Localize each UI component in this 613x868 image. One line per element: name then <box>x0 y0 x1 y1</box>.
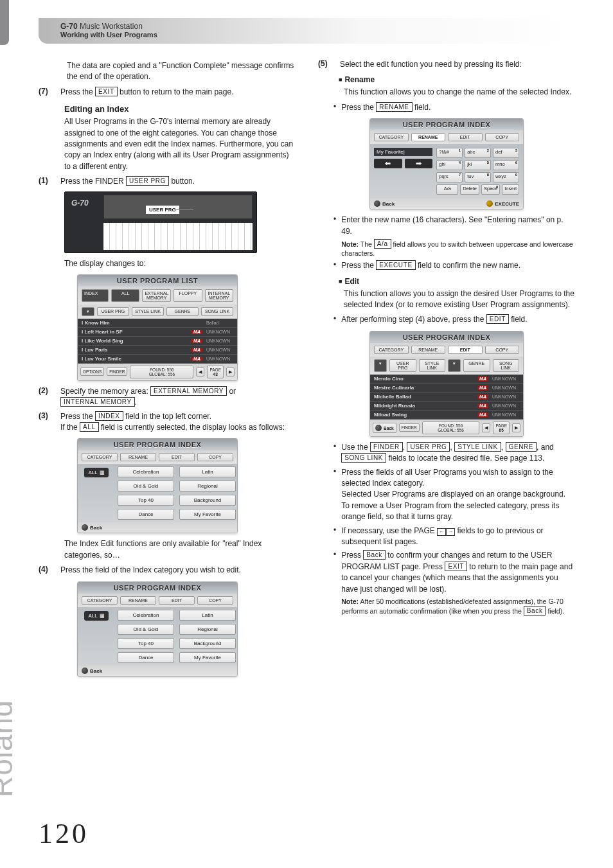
step-3-num: (3) <box>39 411 54 434</box>
t: Specify the memory area: <box>60 387 150 396</box>
badge-icon: MA <box>477 376 488 381</box>
sort-tab: USER PRG <box>389 359 416 372</box>
upi-tab-category: CATEGORY <box>82 596 118 605</box>
bullet-dot: • <box>333 260 336 271</box>
name-input: My Favorite| <box>374 148 432 156</box>
step-2-text: Specify the memory area: EXTERNAL MEMORY… <box>60 386 295 409</box>
row-meta: UNKNOWN <box>492 412 519 417</box>
badge-icon: MA <box>477 403 488 408</box>
row-name: Mestre Culinaria <box>374 385 474 391</box>
row-meta: UNKNOWN <box>206 339 233 343</box>
step-5: (5) Select the edit function you need by… <box>318 59 574 70</box>
sort-tab: GENRE <box>463 359 490 372</box>
back-button: Back <box>82 668 102 674</box>
header-line1: G-70 Music Workstation <box>60 22 568 31</box>
badge-icon: MA <box>477 385 488 390</box>
upl-sort-1: STYLE LINK <box>132 307 164 316</box>
step-3-text: Press the INDEX field in the top left co… <box>60 411 285 434</box>
badge-icon: MA <box>191 348 202 352</box>
index-cell: Dance <box>118 509 174 520</box>
key: ghi4 <box>436 160 463 170</box>
bullet-dot: • <box>333 467 336 523</box>
sort-tab: SONG LINK <box>493 359 520 372</box>
index-cell: Dance <box>118 652 174 663</box>
page-next-icon: ▶ <box>512 423 520 432</box>
step-2: (2) Specify the memory area: EXTERNAL ME… <box>39 386 295 409</box>
upl-tab-all: ALL <box>111 289 139 302</box>
row-meta: UNKNOWN <box>206 330 233 334</box>
fig-edit: USER PROGRAM INDEX CATEGORY RENAME EDIT … <box>369 331 524 437</box>
index-cell: Latin <box>179 466 236 477</box>
key: jkl5 <box>465 160 491 170</box>
left-p2: All User Programs in the G-70's internal… <box>64 116 295 172</box>
execute-button: EXECUTE <box>486 200 519 207</box>
bullet-text: Enter the new name (16 characters). See … <box>341 215 574 258</box>
row-meta: UNKNOWN <box>206 348 233 352</box>
upl-sort-2: GENRE <box>166 307 199 316</box>
list-row: I Left Heart in SFMAUNKNOWN <box>78 328 237 337</box>
step-4-num: (4) <box>39 565 54 576</box>
index-cell: Background <box>179 495 236 506</box>
sort-tab: STYLE LINK <box>419 359 446 372</box>
corner-tab <box>0 0 9 45</box>
bullet-dot: • <box>333 526 336 548</box>
upl-foot: OPTIONS FINDER FOUND: 556GLOBAL: 556 ◀ P… <box>78 364 237 380</box>
index-cell: My Favorite <box>179 652 236 663</box>
badge-icon: MA <box>477 412 488 417</box>
key-insert: Insert <box>502 184 519 195</box>
upi-tab-edit: EDIT <box>159 453 195 461</box>
key: def3 <box>493 148 519 158</box>
rename-tabs: CATEGORY RENAME EDIT COPY <box>370 130 523 144</box>
back-button: Back <box>374 200 395 207</box>
bullet-page: • If necessary, use the PAGE ←→ fields t… <box>333 526 574 548</box>
rename-left: My Favorite| ⬅ ➡ <box>374 148 432 195</box>
row-name: I Luv Paris <box>82 347 188 353</box>
index-cell: Top 40 <box>118 638 174 649</box>
bullet-dot: • <box>333 102 336 113</box>
t: If the <box>60 423 80 432</box>
upl-tab-int: INTERNAL MEMORY <box>205 289 233 302</box>
device-callout: USER PRG <box>145 205 180 215</box>
list-row: I Like World SingMAUNKNOWN <box>78 337 237 346</box>
index-cell: Regional <box>179 624 236 635</box>
index-cell: Celebration <box>118 466 174 477</box>
bullet-back: • Press Back to confirm your changes and… <box>333 550 574 616</box>
key: abc2 <box>465 148 491 158</box>
list-row: I Know HimBallad <box>78 319 237 328</box>
user-prg-button-label: USER PRG <box>126 176 169 186</box>
bullet-text: Press the EXECUTE field to confirm the n… <box>341 260 574 271</box>
note-case: Note: The A/a field allows you to switch… <box>341 239 574 258</box>
badge-icon: MA <box>191 330 202 334</box>
fig-upi-2: USER PROGRAM INDEX CATEGORY RENAME EDIT … <box>77 581 238 677</box>
page-header: G-70 Music Workstation Working with User… <box>39 18 574 44</box>
heading-editing-index: Editing an Index <box>64 104 295 114</box>
list-row: Mendo CinoMAUNKNOWN <box>370 375 523 384</box>
edit-foot: Back FINDER FOUND: 556GLOBAL: 556 ◀ PAGE… <box>370 420 523 436</box>
upi2-grid: ALL▦ Celebration Latin Old & Gold Region… <box>78 607 237 666</box>
ext-mem-button-label: EXTERNAL MEMORY <box>150 386 227 396</box>
t: field is currently selected, the display… <box>99 423 285 432</box>
bullet-dot: • <box>333 550 336 616</box>
upl-sort-tabs: ▾ USER PRG STYLE LINK GENRE SONG LINK <box>78 305 237 319</box>
edit-button-label: EDIT <box>486 314 509 324</box>
row-name: I Know Him <box>82 320 202 326</box>
upi2-tabs: CATEGORY RENAME EDIT COPY <box>78 594 237 607</box>
left-p3: The display changes to: <box>64 258 295 269</box>
rename-foot: Back EXECUTE <box>370 199 523 209</box>
upl-box: USER PROGRAM LIST INDEX ALL EXTERNAL MEM… <box>77 274 238 381</box>
song-link-label: SONG LINK <box>341 453 386 463</box>
header-product-rest: Music Workstation <box>78 22 143 31</box>
step-3: (3) Press the INDEX field in the top lef… <box>39 411 295 434</box>
upl-tab-ext: EXTERNAL MEMORY <box>142 289 171 302</box>
p-rename: This function allows you to change the n… <box>344 87 574 98</box>
tab-edit: EDIT <box>448 133 483 141</box>
step-5-num: (5) <box>318 59 333 70</box>
foot-back: Back <box>373 423 396 433</box>
bullet-execute: • Press the EXECUTE field to confirm the… <box>333 260 574 271</box>
edit-sort-tabs: ▾ USER PRG STYLE LINK ▾ GENRE SONG LINK <box>370 357 523 375</box>
key: pqrs7 <box>436 172 463 182</box>
rename-body: My Favorite| ⬅ ➡ ?!&#1 abc2 def3 <box>370 144 523 199</box>
foot-count: FOUND: 556GLOBAL: 556 <box>130 366 193 378</box>
edit-box: USER PROGRAM INDEX CATEGORY RENAME EDIT … <box>369 331 524 437</box>
list-row: I Luv ParisMAUNKNOWN <box>78 346 237 355</box>
